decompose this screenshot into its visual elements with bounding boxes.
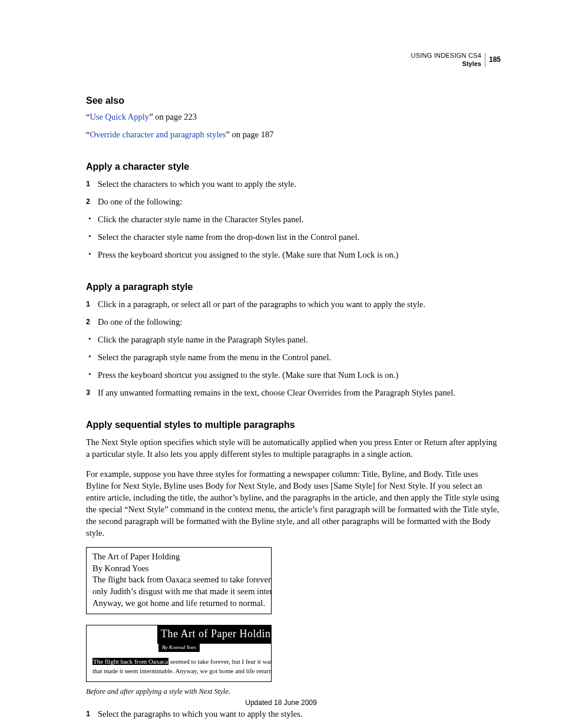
bullet-item: Click the paragraph style name in the Pa… bbox=[86, 334, 501, 345]
page-number: 185 bbox=[489, 55, 501, 64]
bullet-item: Press the keyboard shortcut you assigned… bbox=[86, 249, 501, 261]
see-also-links: “Use Quick Apply” on page 223 “Override … bbox=[86, 111, 501, 140]
step-item: 1Select the paragraphs to which you want… bbox=[86, 708, 501, 720]
step-text: Do one of the following: bbox=[98, 317, 182, 327]
para-steps: 1Click in a paragraph, or select all or … bbox=[86, 298, 501, 328]
figure-after-text: seemed to take forever, but I fear it wa… bbox=[168, 658, 272, 665]
bullet-text: Click the paragraph style name in the Pa… bbox=[98, 335, 308, 344]
seq-heading: Apply sequential styles to multiple para… bbox=[86, 419, 501, 431]
figure-after-title: The Art of Paper Holding bbox=[157, 625, 271, 644]
header-divider bbox=[485, 53, 485, 67]
bullet-item: Select the paragraph style name from the… bbox=[86, 351, 501, 363]
step-item: 3If any unwanted formatting remains in t… bbox=[86, 387, 501, 398]
bullet-item: Press the keyboard shortcut you assigned… bbox=[86, 369, 501, 381]
step-item: 2Do one of the following: bbox=[86, 316, 501, 328]
see-also-link[interactable]: Use Quick Apply bbox=[90, 112, 149, 121]
figure-after-body: The flight back from Oaxaca seemed to ta… bbox=[92, 657, 271, 676]
footer-updated: Updated 18 June 2009 bbox=[0, 699, 562, 707]
step-item: 1Select the characters to which you want… bbox=[86, 178, 501, 190]
apply-para-heading: Apply a paragraph style bbox=[86, 281, 501, 294]
step-item: 2Do one of the following: bbox=[86, 196, 501, 207]
figure-before-box: The Art of Paper Holding By Konrad Yoes … bbox=[86, 547, 272, 614]
step-text: Select the paragraphs to which you want … bbox=[98, 709, 303, 719]
figure-after-byline: By Konrad Yoes bbox=[158, 643, 200, 651]
apply-char-heading: Apply a character style bbox=[86, 160, 501, 173]
para-bullets: Click the paragraph style name in the Pa… bbox=[86, 334, 501, 381]
bullet-item: Select the character style name from the… bbox=[86, 231, 501, 243]
figure-before-line: only Judith’s disgust with me that made … bbox=[92, 586, 265, 598]
step-text: Click in a paragraph, or select all or p… bbox=[98, 299, 425, 309]
figure-caption: Before and after applying a style with N… bbox=[86, 687, 501, 697]
seq-p2: For example, suppose you have three styl… bbox=[86, 468, 501, 539]
figure-after-text: that made it seem interminable. Anyway, … bbox=[92, 667, 272, 674]
figure-after-box: The Art of Paper Holding By Konrad Yoes … bbox=[86, 625, 272, 682]
content-area: See also “Use Quick Apply” on page 223 “… bbox=[86, 52, 501, 720]
bullet-text: Select the paragraph style name from the… bbox=[98, 353, 331, 362]
bullet-text: Press the keyboard shortcut you assigned… bbox=[98, 370, 398, 380]
page: USING INDESIGN CS4 Styles 185 See also “… bbox=[0, 0, 562, 728]
step-text: Do one of the following: bbox=[98, 197, 182, 206]
figure-after-highlight: The flight back from Oaxaca bbox=[92, 658, 168, 665]
running-header: USING INDESIGN CS4 Styles 185 bbox=[411, 52, 501, 68]
bullet-text: Press the keyboard shortcut you assigned… bbox=[98, 250, 398, 259]
para-step3: 3If any unwanted formatting remains in t… bbox=[86, 387, 501, 398]
figure-before-line: By Konrad Yoes bbox=[92, 563, 265, 575]
step-item: 1Click in a paragraph, or select all or … bbox=[86, 298, 501, 310]
bullet-text: Click the character style name in the Ch… bbox=[98, 215, 303, 224]
see-also-suffix: ” on page 187 bbox=[226, 130, 274, 139]
figure-before-line: The flight back from Oaxaca seemed to ta… bbox=[92, 574, 265, 586]
char-steps: 1Select the characters to which you want… bbox=[86, 178, 501, 207]
seq-steps: 1Select the paragraphs to which you want… bbox=[86, 708, 501, 720]
step-text: If any unwanted formatting remains in th… bbox=[98, 388, 455, 397]
see-also-link[interactable]: Override character and paragraph styles bbox=[90, 130, 226, 139]
see-also-heading: See also bbox=[86, 94, 501, 107]
bullet-text: Select the character style name from the… bbox=[98, 232, 359, 242]
bullet-item: Click the character style name in the Ch… bbox=[86, 213, 501, 225]
header-section: Styles bbox=[411, 60, 481, 68]
see-also-suffix: ” on page 223 bbox=[149, 112, 197, 121]
figure-next-style: The Art of Paper Holding By Konrad Yoes … bbox=[86, 547, 501, 697]
char-bullets: Click the character style name in the Ch… bbox=[86, 213, 501, 261]
figure-before-line: Anyway, we got home and life returned to… bbox=[92, 598, 265, 610]
header-using: USING INDESIGN CS4 bbox=[411, 52, 481, 59]
seq-p1: The Next Style option specifies which st… bbox=[86, 436, 501, 460]
figure-before-line: The Art of Paper Holding bbox=[92, 551, 265, 563]
see-also-item: “Override character and paragraph styles… bbox=[86, 129, 501, 140]
see-also-item: “Use Quick Apply” on page 223 bbox=[86, 111, 501, 123]
step-text: Select the characters to which you want … bbox=[98, 179, 296, 189]
